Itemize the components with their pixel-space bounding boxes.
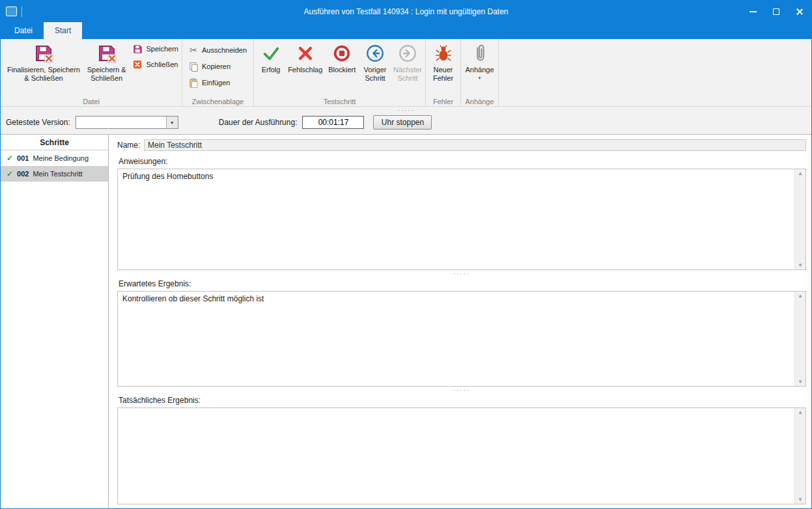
execution-bar: ····· Getestete Version: ▼ Dauer der Aus…: [1, 106, 811, 135]
name-label: Name:: [117, 141, 144, 150]
combobox-arrow-icon[interactable]: ▼: [166, 117, 178, 128]
step-number: 001: [17, 154, 29, 162]
attachments-dropdown-icon[interactable]: ▼: [478, 76, 482, 80]
duration-label: Dauer der Ausführung:: [219, 118, 298, 127]
ribbon-group-datei: Finalisieren, Speichern & Schließen Spei…: [1, 39, 182, 106]
next-step-label: Nächster Schritt: [393, 66, 422, 83]
save-icon: [132, 44, 143, 54]
expected-splitter-grip[interactable]: ·····: [117, 387, 806, 394]
blocked-button[interactable]: Blockiert: [326, 41, 358, 96]
close-label: Schließen: [146, 61, 178, 68]
stop-clock-button[interactable]: Uhr stoppen: [373, 115, 432, 130]
window-title: Ausführen von Testfall 140934 : Login mi…: [1, 7, 811, 16]
failure-label: Fehlschlag: [288, 66, 322, 74]
expected-result-label: Erwartetes Ergebnis:: [119, 279, 806, 288]
save-close-label: Speichern & Schließen: [86, 66, 127, 83]
success-button[interactable]: Erfolg: [257, 41, 285, 96]
scroll-up-icon[interactable]: ▲: [798, 171, 803, 176]
actual-result-text[interactable]: [118, 408, 794, 504]
app-window: Ausführen von Testfall 140934 : Login mi…: [0, 0, 812, 509]
group-label-fehler: Fehler: [426, 98, 460, 105]
bug-icon: [434, 43, 453, 64]
tab-datei[interactable]: Datei: [3, 22, 44, 39]
maximize-icon: [773, 8, 779, 15]
name-input[interactable]: [144, 139, 806, 151]
maximize-button[interactable]: [764, 1, 788, 22]
group-label-zwischenablage: Zwischenablage: [182, 98, 253, 105]
save-close-button[interactable]: Speichern & Schließen: [85, 41, 128, 96]
new-error-button[interactable]: Neuer Fehler: [428, 41, 458, 96]
paste-label: Einfügen: [202, 79, 230, 87]
content-area: Schritte ✓ 001 Meine Bedingung ✓ 002 Mei…: [1, 135, 811, 508]
close-icon: [796, 8, 804, 16]
attachments-label: Anhänge: [465, 66, 494, 74]
instructions-text[interactable]: Prüfung des Homebuttons: [118, 169, 794, 269]
scroll-up-icon[interactable]: ▲: [798, 293, 803, 299]
copy-label: Kopieren: [202, 62, 231, 70]
window-controls: [741, 1, 811, 22]
actual-result-label: Tatsächliches Ergebnis:: [119, 396, 806, 405]
blocked-stop-icon: [332, 43, 352, 64]
next-step-button[interactable]: Nächster Schritt: [392, 41, 423, 96]
scroll-down-icon[interactable]: ▼: [798, 379, 803, 385]
instructions-scrollbar[interactable]: ▲ ▼: [794, 169, 805, 269]
app-icon: [6, 7, 17, 16]
ribbon-splitter-grip[interactable]: ·····: [1, 107, 811, 114]
ribbon-group-zwischenablage: ✂ Ausschneiden Kopieren: [182, 39, 254, 106]
titlebar: Ausführen von Testfall 140934 : Login mi…: [1, 1, 811, 22]
expected-result-text[interactable]: Kontrollieren ob dieser Schritt möglich …: [118, 292, 794, 386]
paperclip-icon: [471, 43, 488, 64]
step-item-001[interactable]: ✓ 001 Meine Bedingung: [1, 150, 108, 166]
previous-arrow-icon: [365, 43, 385, 64]
save-finalize-icon: [34, 43, 53, 64]
duration-input[interactable]: [302, 116, 364, 129]
copy-button[interactable]: Kopieren: [188, 61, 250, 72]
tab-start[interactable]: Start: [44, 22, 82, 39]
paste-icon: [188, 77, 199, 88]
ribbon-group-testschritt: Erfolg Fehlschlag: [254, 39, 426, 106]
ribbon-group-fehler: Neuer Fehler Fehler: [426, 39, 461, 106]
cut-label: Ausschneiden: [202, 46, 247, 54]
save-label: Speichern: [146, 45, 178, 53]
scroll-up-icon[interactable]: ▲: [798, 409, 803, 415]
steps-panel: Schritte ✓ 001 Meine Bedingung ✓ 002 Mei…: [1, 135, 109, 508]
expected-result-scrollbar[interactable]: ▲ ▼: [794, 292, 805, 386]
step-item-002[interactable]: ✓ 002 Mein Testschritt: [1, 166, 108, 182]
tested-version-combobox[interactable]: ▼: [76, 116, 178, 129]
close-window-button[interactable]: [788, 1, 811, 22]
close-button[interactable]: Schließen: [132, 59, 178, 70]
ribbon-tab-row: Datei Start: [1, 22, 811, 39]
save-close-icon: [97, 43, 117, 64]
scroll-down-icon[interactable]: ▼: [798, 497, 803, 502]
instructions-label: Anweisungen:: [119, 157, 806, 166]
tested-version-value: [76, 117, 166, 128]
actual-result-textarea[interactable]: ▲ ▼: [117, 407, 806, 504]
save-button[interactable]: Speichern: [132, 44, 178, 54]
step-number: 002: [17, 170, 29, 178]
next-arrow-icon: [398, 43, 417, 64]
titlebar-divider: [21, 7, 22, 17]
scissors-icon: ✂: [188, 45, 199, 55]
minimize-button[interactable]: [741, 1, 764, 22]
ribbon: Finalisieren, Speichern & Schließen Spei…: [1, 39, 811, 106]
expected-result-textarea[interactable]: Kontrollieren ob dieser Schritt möglich …: [117, 291, 806, 387]
attachments-button[interactable]: Anhänge ▼: [463, 41, 496, 96]
scroll-down-icon[interactable]: ▼: [798, 262, 803, 268]
ribbon-group-anhaenge: Anhänge ▼ Anhänge: [461, 39, 499, 106]
instructions-textarea[interactable]: Prüfung des Homebuttons ▲ ▼: [117, 169, 806, 270]
blocked-label: Blockiert: [328, 66, 356, 74]
cut-button[interactable]: ✂ Ausschneiden: [188, 45, 250, 55]
step-label: Meine Bedingung: [33, 154, 89, 162]
group-label-testschritt: Testschritt: [254, 98, 425, 105]
tested-version-label: Getestete Version:: [6, 118, 70, 127]
finalize-save-close-label: Finalisieren, Speichern & Schließen: [4, 66, 83, 83]
paste-button[interactable]: Einfügen: [188, 77, 250, 88]
step-check-icon: ✓: [7, 154, 13, 163]
previous-step-button[interactable]: Voriger Schritt: [360, 41, 390, 96]
minimize-icon: [749, 11, 757, 12]
instructions-splitter-grip[interactable]: ·····: [117, 271, 806, 277]
ribbon-empty-space: [499, 39, 811, 106]
failure-button[interactable]: Fehlschlag: [287, 41, 324, 96]
finalize-save-close-button[interactable]: Finalisieren, Speichern & Schließen: [3, 41, 85, 96]
actual-result-scrollbar[interactable]: ▲ ▼: [794, 408, 805, 504]
